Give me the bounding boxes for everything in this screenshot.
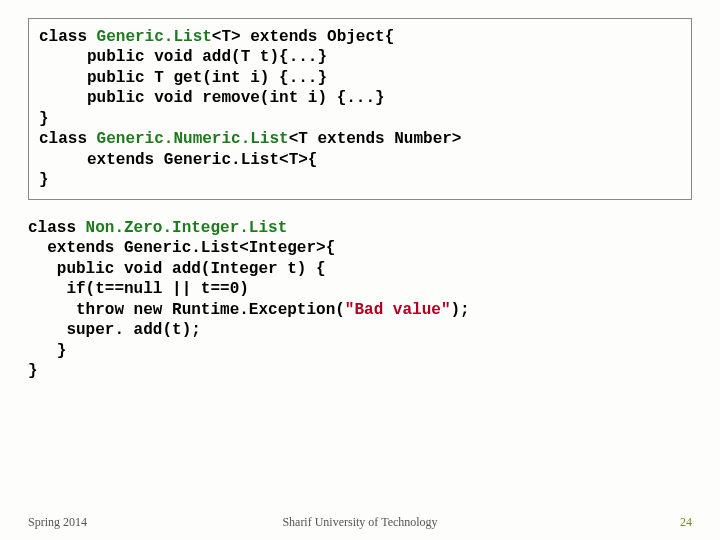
code-text: public void remove(int i) {...} — [39, 89, 385, 107]
kw-class: class — [39, 130, 97, 148]
type-genericlist: Generic.List — [97, 28, 212, 46]
code-text: if(t==null || t==0) — [28, 280, 249, 298]
code-text: <T> extends Object{ — [212, 28, 394, 46]
code-listing-1: class Generic.List<T> extends Object{ pu… — [39, 27, 681, 191]
kw-class: class — [39, 28, 97, 46]
code-listing-2: class Non.Zero.Integer.List extends Gene… — [28, 218, 692, 382]
code-text: } — [28, 362, 38, 380]
code-block-plain: class Non.Zero.Integer.List extends Gene… — [28, 218, 692, 382]
code-text: public void add(T t){...} — [39, 48, 327, 66]
code-text: public T get(int i) {...} — [39, 69, 327, 87]
type-nonzerointegerlist: Non.Zero.Integer.List — [86, 219, 288, 237]
slide-content: class Generic.List<T> extends Object{ pu… — [28, 18, 692, 382]
code-text: public void add(Integer t) { — [28, 260, 326, 278]
code-text: throw new Runtime.Exception( — [28, 301, 345, 319]
code-text: extends Generic.List<T>{ — [39, 151, 317, 169]
code-text: } — [39, 171, 49, 189]
code-block-boxed: class Generic.List<T> extends Object{ pu… — [28, 18, 692, 200]
code-text: } — [28, 342, 66, 360]
code-text: ); — [450, 301, 469, 319]
footer-page-number: 24 — [680, 515, 692, 530]
type-genericnumericlist: Generic.Numeric.List — [97, 130, 289, 148]
code-text: extends Generic.List<Integer>{ — [28, 239, 335, 257]
string-literal: "Bad value" — [345, 301, 451, 319]
code-text: super. add(t); — [28, 321, 201, 339]
code-text: } — [39, 110, 49, 128]
code-text: <T extends Number> — [289, 130, 462, 148]
footer-university: Sharif University of Technology — [0, 515, 720, 530]
kw-class: class — [28, 219, 86, 237]
